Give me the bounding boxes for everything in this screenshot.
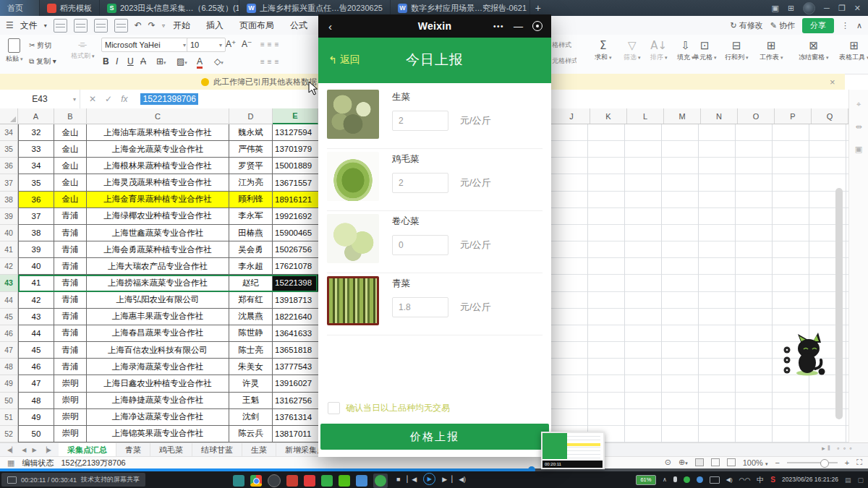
clear-format-button[interactable]: ◇▾ (214, 56, 224, 67)
cell-company[interactable]: 上海日鑫农业种植专业合作社 (87, 375, 229, 392)
cell-phone[interactable]: 15001889 (273, 158, 318, 174)
cell-seq[interactable]: 37 (18, 208, 54, 225)
cell-company[interactable]: 上海根林果蔬种植专业合作社 (87, 158, 229, 174)
col-header[interactable]: J (553, 108, 590, 124)
show-desktop-icon[interactable]: ▢ (857, 476, 864, 484)
col-header[interactable]: O (738, 108, 775, 124)
row-number[interactable]: 47 (0, 342, 18, 359)
ribbon-group-button[interactable]: ⊡ 单元格 (693, 40, 716, 62)
row-number[interactable]: 34 (0, 124, 18, 141)
cell-company[interactable]: 上海春昌蔬果专业合作社 (87, 325, 229, 342)
row-number[interactable]: 52 (0, 426, 18, 442)
bold-button[interactable]: B (103, 56, 109, 67)
col-header[interactable]: N (701, 108, 738, 124)
cell-company[interactable]: 上海惠丰果蔬专业合作社 (87, 309, 229, 325)
cell-phone[interactable]: 13651818 (273, 342, 318, 359)
cell-company[interactable]: 上海大瑞农产品专业合作社 (87, 258, 229, 275)
cell-company[interactable]: 上海捞福来蔬菜专业合作社 (87, 275, 229, 291)
formula-value[interactable]: 15221398706 (140, 93, 197, 105)
cell-district[interactable]: 青浦 (54, 309, 87, 325)
sheet-tab[interactable]: 生菜 (242, 443, 276, 457)
cell-contact[interactable]: 陈士亮 (229, 342, 273, 359)
microphone-icon[interactable] (673, 476, 677, 482)
cell-phone[interactable]: 13162756 (273, 393, 318, 409)
col-header[interactable]: Q (812, 108, 848, 124)
cell-company[interactable]: 上海百信农业科技有限公司 (87, 342, 229, 359)
cell-district[interactable]: 青浦 (54, 275, 87, 291)
cell-district[interactable]: 青浦 (54, 208, 87, 225)
ribbon-group-button[interactable]: ▽ 筛选 (624, 40, 640, 62)
paste-button[interactable]: 粘贴 (6, 38, 22, 64)
cell-company[interactable]: 上海绿椰农业种植专业合作社 (87, 208, 229, 225)
font-name-select[interactable]: Microsoft YaHei▾ (101, 38, 190, 52)
speaker-icon[interactable]: ◀) (726, 476, 733, 483)
cell-district[interactable]: 金山 (54, 141, 87, 158)
row-number[interactable]: 35 (0, 141, 18, 158)
strikethrough-button[interactable]: A (140, 56, 146, 67)
vertical-scrollbar[interactable] (835, 188, 843, 419)
stop-icon[interactable]: ■ (396, 476, 400, 483)
row-number[interactable]: 51 (0, 409, 18, 426)
cell-seq[interactable]: 48 (18, 393, 54, 409)
col-header-e-selected[interactable]: E (273, 108, 318, 124)
cell-company[interactable]: 上海油车蔬果种植专业合作社 (87, 124, 229, 141)
sheet-tab[interactable]: 青菜 (116, 443, 150, 457)
cell-contact[interactable]: 魏永斌 (229, 124, 273, 141)
undo-icon[interactable]: ↶ (135, 20, 142, 30)
cell-name-box[interactable]: E43▾ (0, 90, 80, 108)
prev-icon[interactable]: ▏◀ (407, 476, 417, 483)
zoom-out-icon[interactable]: − (775, 458, 779, 467)
align-top-icons[interactable]: ≡≡≡ (260, 40, 282, 48)
new-tab-button[interactable]: + (530, 0, 546, 16)
taskbar-app-icon[interactable] (286, 475, 298, 487)
row-number[interactable]: 42 (0, 258, 18, 275)
cell-contact[interactable]: 朱美女 (229, 359, 273, 375)
last-sheet-icon[interactable]: ▕▶ (43, 447, 51, 453)
cell-phone[interactable]: 13918713 (273, 292, 318, 309)
font-size-select[interactable]: 10▾ (187, 38, 226, 52)
ribbon-group-button[interactable]: ⊟ 行和列 (725, 40, 748, 62)
cell-phone[interactable]: 15900465 (273, 225, 318, 241)
adjust-tool-icon[interactable]: ⇹ (855, 122, 861, 132)
cell-seq[interactable]: 41 (18, 275, 54, 291)
cell-seq[interactable]: 43 (18, 309, 54, 325)
cell-phone[interactable]: 13701979 (273, 141, 318, 158)
format-painter-button[interactable]: ⌯ 格式刷 (71, 38, 94, 61)
cell-contact[interactable]: 顾利锋 (229, 192, 273, 208)
cell-district[interactable]: 金山 (54, 158, 87, 174)
row-number[interactable]: 45 (0, 309, 18, 325)
price-input[interactable]: 0 (392, 235, 448, 255)
select-all-corner[interactable] (0, 108, 18, 124)
ribbon-group-button[interactable]: ⊞ 工作表 (760, 40, 783, 62)
cell-company[interactable]: 上海世鑫蔬菜专业合作社 (87, 225, 229, 241)
col-header-c[interactable]: C (87, 108, 229, 124)
copy-button[interactable]: ⧉ 复制 ▾ (29, 56, 56, 67)
cell-district[interactable]: 金山 (54, 124, 87, 141)
row-number[interactable]: 41 (0, 241, 18, 258)
price-input[interactable]: 2 (392, 111, 448, 131)
taskbar-app-icon[interactable] (304, 475, 315, 487)
more-options-icon[interactable]: ••• (493, 22, 504, 30)
normal-view-icon[interactable] (695, 458, 704, 466)
cell-phone[interactable]: 13671557 (273, 174, 318, 191)
cell-company[interactable]: 上海会勇蔬菜种植专业合作社 (87, 241, 229, 258)
cell-contact[interactable]: 江为亮 (229, 174, 273, 191)
cell-phone[interactable]: 13127594 (273, 124, 318, 141)
cell-company[interactable]: 上海净达蔬菜专业合作社 (87, 409, 229, 426)
cell-contact[interactable]: 沈剑 (229, 409, 273, 426)
cell-seq[interactable]: 45 (18, 342, 54, 359)
row-number[interactable]: 44 (0, 292, 18, 309)
sheet-tab[interactable]: 采集点汇总 (59, 443, 116, 457)
zoom-in-icon[interactable]: + (845, 458, 849, 467)
wechat-tray-icon[interactable] (684, 476, 690, 483)
next-sheet-icon[interactable]: ▶ (32, 447, 36, 453)
cell-seq[interactable]: 42 (18, 292, 54, 309)
zoom-level[interactable]: 100% ▾ (743, 458, 768, 467)
wifi-icon[interactable]: ◠◠ (739, 476, 751, 484)
avatar[interactable] (803, 2, 815, 14)
col-header-a[interactable]: A (18, 108, 54, 124)
fx-icon[interactable]: fx (121, 94, 127, 104)
cell-seq[interactable]: 34 (18, 158, 54, 174)
row-number[interactable]: 39 (0, 208, 18, 225)
cell-seq[interactable]: 36 (18, 192, 54, 208)
